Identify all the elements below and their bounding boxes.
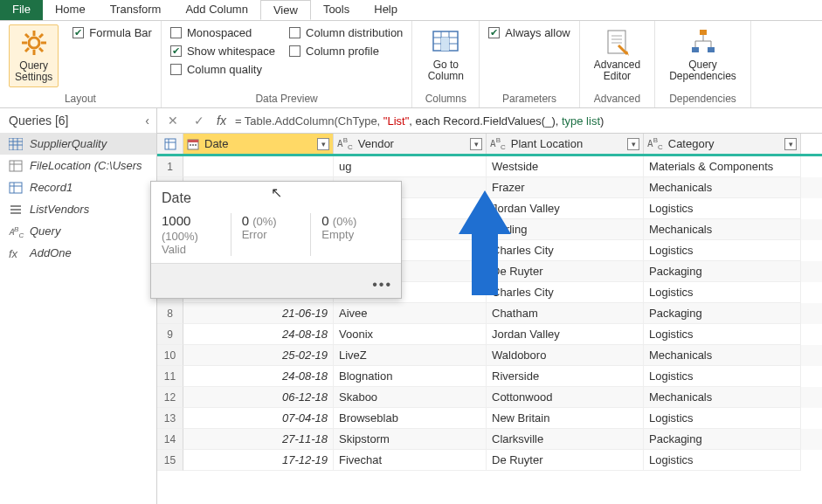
select-all-icon[interactable]: [157, 134, 183, 154]
filter-dropdown-icon[interactable]: ▾: [470, 138, 482, 150]
row-number[interactable]: 8: [157, 303, 183, 324]
table-row[interactable]: 1025-02-19LiveZWaldoboroMechanicals: [157, 345, 822, 366]
menu-help[interactable]: Help: [362, 0, 410, 20]
cell-vendor[interactable]: ug: [334, 156, 487, 177]
cell-location[interactable]: Clarksville: [487, 429, 644, 450]
cell-location[interactable]: Charles City: [487, 240, 644, 261]
column-header-vendor[interactable]: ABC Vendor ▾: [334, 134, 487, 154]
cell-location[interactable]: Frazer: [487, 177, 644, 198]
cell-category[interactable]: Packaging: [644, 303, 801, 324]
table-row[interactable]: 821-06-19AiveeChathamPackaging: [157, 303, 822, 324]
cell-category[interactable]: Logistics: [644, 282, 801, 303]
collapse-icon[interactable]: ‹: [145, 114, 149, 128]
cell-location[interactable]: De Ruyter: [487, 450, 644, 471]
cell-location[interactable]: De Ruyter: [487, 261, 644, 282]
row-number[interactable]: 10: [157, 345, 183, 366]
column-header-date[interactable]: Date ▾: [183, 134, 334, 154]
cell-date[interactable]: 25-02-19: [183, 345, 334, 366]
cell-category[interactable]: Mechanicals: [644, 177, 801, 198]
column-header-location[interactable]: ABC Plant Location ▾: [487, 134, 644, 154]
formula-bar-checkbox[interactable]: ✔Formula Bar: [73, 24, 152, 41]
table-row[interactable]: 924-08-18VoonixJordan ValleyLogistics: [157, 324, 822, 345]
cell-category[interactable]: Logistics: [644, 366, 801, 387]
cell-vendor[interactable]: Voonix: [334, 324, 487, 345]
goto-column-button[interactable]: Go to Column: [421, 24, 470, 86]
cell-location[interactable]: Riverside: [487, 366, 644, 387]
query-item-filelocation-c-users[interactable]: FileLocation (C:\Users: [0, 155, 156, 176]
row-number[interactable]: 11: [157, 366, 183, 387]
query-item-addone[interactable]: fxAddOne: [0, 242, 156, 264]
cell-category[interactable]: Logistics: [644, 450, 801, 471]
table-row[interactable]: 1206-12-18SkabooCottonwoodMechanicals: [157, 387, 822, 408]
cell-category[interactable]: Materials & Components: [644, 156, 801, 177]
query-item-query[interactable]: ABCQuery: [0, 220, 156, 242]
cell-category[interactable]: Logistics: [644, 408, 801, 429]
cell-date[interactable]: [183, 156, 334, 177]
tooltip-more-button[interactable]: •••: [151, 263, 401, 298]
table-row[interactable]: 1307-04-18BrowseblabNew BritainLogistics: [157, 408, 822, 429]
cell-location[interactable]: Jordan Valley: [487, 198, 644, 219]
cell-date[interactable]: 07-04-18: [183, 408, 334, 429]
column-distribution-checkbox[interactable]: Column distribution: [289, 24, 403, 41]
cell-category[interactable]: Logistics: [644, 240, 801, 261]
cell-vendor[interactable]: Skipstorm: [334, 429, 487, 450]
cell-vendor[interactable]: Blognation: [334, 366, 487, 387]
cell-location[interactable]: Jordan Valley: [487, 324, 644, 345]
filter-dropdown-icon[interactable]: ▾: [317, 138, 329, 150]
cell-vendor[interactable]: Fivechat: [334, 450, 487, 471]
cell-date[interactable]: 24-08-18: [183, 366, 334, 387]
commit-formula-button[interactable]: ✓: [190, 114, 208, 128]
table-row[interactable]: 1ugWestsideMaterials & Components: [157, 156, 822, 177]
cell-category[interactable]: Packaging: [644, 261, 801, 282]
query-item-supplierquality[interactable]: SupplierQuality: [0, 133, 156, 155]
menu-transform[interactable]: Transform: [98, 0, 174, 20]
cell-date[interactable]: 06-12-18: [183, 387, 334, 408]
query-item-listvendors[interactable]: ListVendors: [0, 198, 156, 220]
cell-vendor[interactable]: Browseblab: [334, 408, 487, 429]
advanced-editor-button[interactable]: Advanced Editor: [589, 24, 646, 86]
cell-date[interactable]: 24-08-18: [183, 324, 334, 345]
cell-location[interactable]: Cottonwood: [487, 387, 644, 408]
query-item-record1[interactable]: Record1: [0, 176, 156, 198]
cancel-formula-button[interactable]: ✕: [164, 114, 182, 128]
cell-location[interactable]: Charles City: [487, 282, 644, 303]
query-dependencies-button[interactable]: Query Dependencies: [664, 24, 742, 86]
row-number[interactable]: 15: [157, 450, 183, 471]
column-header-category[interactable]: ABC Category ▾: [644, 134, 801, 154]
menu-add-column[interactable]: Add Column: [173, 0, 260, 20]
row-number[interactable]: 9: [157, 324, 183, 345]
menu-home[interactable]: Home: [43, 0, 98, 20]
menu-tools[interactable]: Tools: [311, 0, 362, 20]
cell-category[interactable]: Mechanicals: [644, 387, 801, 408]
column-profile-checkbox[interactable]: Column profile: [289, 43, 403, 59]
show-whitespace-checkbox[interactable]: ✔Show whitespace: [170, 43, 275, 59]
row-number[interactable]: 13: [157, 408, 183, 429]
menu-file[interactable]: File: [0, 0, 43, 20]
cell-category[interactable]: Logistics: [644, 198, 801, 219]
table-row[interactable]: 1427-11-18SkipstormClarksvillePackaging: [157, 429, 822, 450]
always-allow-checkbox[interactable]: ✔Always allow: [488, 24, 570, 41]
filter-dropdown-icon[interactable]: ▾: [784, 138, 797, 150]
row-number[interactable]: 12: [157, 387, 183, 408]
cell-location[interactable]: Barling: [487, 219, 644, 240]
table-row[interactable]: 1124-08-18BlognationRiversideLogistics: [157, 366, 822, 387]
cell-location[interactable]: Chatham: [487, 303, 644, 324]
formula-text[interactable]: = Table.AddColumn(ChType, "List", each R…: [235, 114, 815, 128]
cell-vendor[interactable]: LiveZ: [334, 345, 487, 366]
menu-view[interactable]: View: [260, 0, 311, 20]
query-settings-button[interactable]: Query Settings: [9, 24, 59, 87]
cell-category[interactable]: Logistics: [644, 324, 801, 345]
column-quality-checkbox[interactable]: Column quality: [170, 61, 275, 78]
row-number[interactable]: 14: [157, 429, 183, 450]
cell-location[interactable]: Westside: [487, 156, 644, 177]
cell-location[interactable]: New Britain: [487, 408, 644, 429]
cell-date[interactable]: 27-11-18: [183, 429, 334, 450]
cell-vendor[interactable]: Skaboo: [334, 387, 487, 408]
cell-category[interactable]: Packaging: [644, 429, 801, 450]
filter-dropdown-icon[interactable]: ▾: [627, 138, 639, 150]
cell-date[interactable]: 21-06-19: [183, 303, 334, 324]
row-number[interactable]: 1: [157, 156, 183, 177]
cell-vendor[interactable]: Aivee: [334, 303, 487, 324]
cell-date[interactable]: 17-12-19: [183, 450, 334, 471]
monospaced-checkbox[interactable]: Monospaced: [170, 24, 275, 41]
